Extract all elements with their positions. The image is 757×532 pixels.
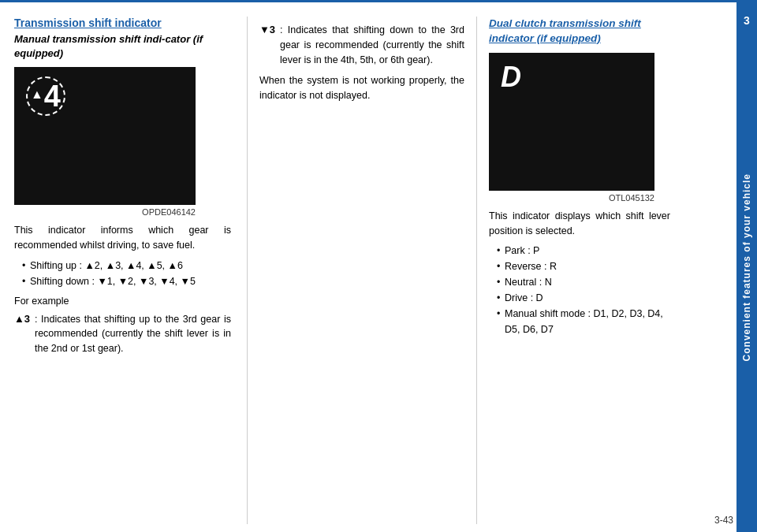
example-down-icon: ▼3 <box>259 23 277 67</box>
chapter-number: 3 <box>744 14 750 27</box>
mid-column: ▼3 : Indicates that shifting down to the… <box>252 17 472 524</box>
sub-title: Manual transmission shift indi-cator (if… <box>14 32 231 61</box>
example-up-block: ▲3 : Indicates that shifting up to the 3… <box>14 312 231 356</box>
mid-body-text: When the system is not working properly,… <box>259 73 464 103</box>
gear-d-label: D <box>501 61 521 94</box>
page-number: 3-43 <box>714 515 733 526</box>
section-title: Transmission shift indicator <box>14 17 231 29</box>
bullet-shifting-up: Shifting up : ▲2, ▲3, ▲4, ▲5, ▲6 <box>22 258 231 273</box>
chapter-label: Convenient features of your vehicle <box>741 173 752 361</box>
example-down-block: ▼3 : Indicates that shifting down to the… <box>259 23 464 67</box>
gear-indicator-graphic: ▲ 4 <box>26 76 65 116</box>
image-caption-opde: OPDE046142 <box>14 207 196 217</box>
body-text-indicator-info: This indicator informs which gear is rec… <box>14 223 231 253</box>
left-column: Transmission shift indicator Manual tran… <box>14 17 243 524</box>
example-up-icon: ▲3 <box>14 312 32 356</box>
gear-position-bullets: Park : P Reverse : R Neutral : N Drive :… <box>497 243 670 337</box>
right-section-title: Dual clutch transmission shift indicator… <box>489 17 670 47</box>
image-caption-otl: OTL045132 <box>489 193 654 203</box>
mid-right-divider <box>476 17 477 524</box>
right-column: Dual clutch transmission shift indicator… <box>481 17 670 524</box>
bullet-neutral: Neutral : N <box>497 274 670 290</box>
bullet-reverse: Reverse : R <box>497 259 670 274</box>
example-down-text: : Indicates that shifting down to the 3r… <box>280 23 464 67</box>
shifting-bullets: Shifting up : ▲2, ▲3, ▲4, ▲5, ▲6 Shiftin… <box>22 258 231 289</box>
example-up-text: : Indicates that shifting up to the 3rd … <box>35 312 231 356</box>
bullet-park: Park : P <box>497 243 670 259</box>
manual-transmission-image: ▲ 4 <box>14 67 196 205</box>
bullet-shifting-down: Shifting down : ▼1, ▼2, ▼3, ▼4, ▼5 <box>22 273 231 289</box>
dual-clutch-image: D <box>489 53 654 191</box>
right-body-text: This indicator displays which shift leve… <box>489 209 670 239</box>
chapter-side-tab: 3 Convenient features of your vehicle <box>736 2 757 532</box>
bullet-drive: Drive : D <box>497 290 670 306</box>
for-example-label: For example <box>14 294 231 309</box>
bullet-manual-shift: Manual shift mode : D1, D2, D3, D4, D5, … <box>497 306 670 337</box>
left-mid-divider <box>247 17 248 524</box>
